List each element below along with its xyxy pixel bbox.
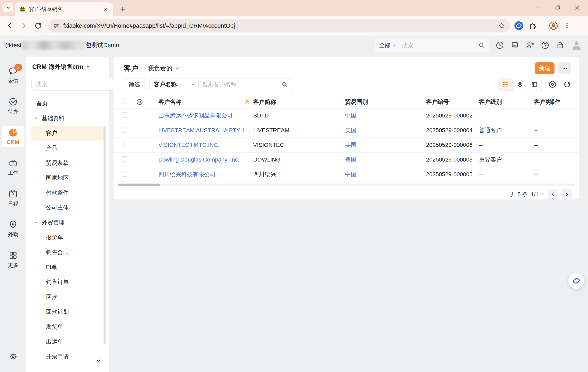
- trade-country-link[interactable]: 美国: [345, 127, 357, 133]
- search-icon[interactable]: [478, 42, 485, 49]
- table-row[interactable]: Dowling Douglas Company, Inc. DOWLING 美国…: [114, 152, 579, 167]
- customer-name-link[interactable]: LIVESTREAM AUSTRALIA PTY. L...: [158, 127, 251, 133]
- global-search[interactable]: 全部: [375, 39, 489, 52]
- trade-country-link[interactable]: 美国: [345, 142, 357, 148]
- column-header-type-truncated[interactable]: 客户类型: [534, 98, 549, 106]
- horizontal-scrollbar-thumb[interactable]: [118, 183, 160, 186]
- user-avatar[interactable]: [571, 40, 582, 51]
- sidebar-scrollbar[interactable]: [104, 126, 105, 344]
- trade-country-link[interactable]: 中国: [345, 112, 357, 119]
- table-row[interactable]: 四川绘兴科技有限公司 四川绘兴 中国 20250529-000005 -- --: [114, 167, 579, 182]
- row-checkbox[interactable]: [122, 156, 127, 162]
- sidebar-item-quotation[interactable]: 报价单: [31, 230, 104, 245]
- app-store-bag-icon[interactable]: [556, 41, 565, 50]
- row-checkbox[interactable]: [122, 112, 127, 118]
- filter-search-input[interactable]: [202, 81, 281, 88]
- tune-icon[interactable]: [53, 22, 60, 29]
- refresh-icon[interactable]: [563, 80, 571, 89]
- column-header-level[interactable]: 客户级别: [479, 98, 534, 106]
- sidebar-collapse-button[interactable]: [95, 358, 102, 365]
- filter-field-select[interactable]: 客户名称: [154, 80, 177, 88]
- map-view-button[interactable]: [513, 78, 527, 90]
- sidebar-item-home[interactable]: 首页: [31, 96, 104, 111]
- client-download-icon[interactable]: [510, 41, 519, 50]
- row-checkbox[interactable]: [122, 127, 127, 132]
- more-actions-button[interactable]: [558, 62, 571, 74]
- rail-item-more[interactable]: 更多: [2, 248, 24, 271]
- column-header-short-name[interactable]: 客户简称: [253, 98, 345, 106]
- horizontal-scrollbar-track[interactable]: [118, 183, 575, 186]
- trade-country-link[interactable]: 美国: [345, 156, 357, 163]
- next-page-button[interactable]: [561, 189, 572, 200]
- sidebar-item-payment-terms[interactable]: 付款条件: [31, 185, 104, 200]
- column-header-code[interactable]: 客户编号: [426, 98, 479, 106]
- url-bar[interactable]: fxiaoke.com/XV/UI/Home#paasapp/list/=/ap…: [48, 19, 510, 32]
- sidebar-item-sales-contract[interactable]: 销售合同: [31, 245, 104, 260]
- sidebar-search-input[interactable]: [32, 78, 114, 90]
- sidebar-item-country-region[interactable]: 国家地区: [31, 170, 104, 185]
- extensions-puzzle-icon[interactable]: [528, 21, 537, 30]
- assistant-float-button[interactable]: [568, 273, 584, 289]
- list-view-button[interactable]: [499, 78, 513, 90]
- fxiaoke-extension-icon[interactable]: [514, 21, 524, 30]
- prev-page-button[interactable]: [548, 189, 558, 200]
- sidebar-item-shipment[interactable]: 出运单: [31, 334, 104, 349]
- bookmark-star-icon[interactable]: [498, 22, 505, 30]
- new-button[interactable]: 新建: [535, 62, 555, 74]
- search-scope-select[interactable]: 全部: [379, 41, 390, 49]
- column-header-country[interactable]: 贸易国别: [345, 98, 426, 106]
- tab-close-icon[interactable]: [102, 6, 109, 13]
- tab-search-button[interactable]: [3, 3, 13, 12]
- browser-profile-icon[interactable]: [549, 21, 558, 30]
- rail-item-field[interactable]: 外勤: [2, 218, 24, 240]
- sidebar-item-trade-terms[interactable]: 贸易条款: [31, 155, 104, 170]
- rail-item-todo[interactable]: 待办: [2, 95, 24, 117]
- browser-tab[interactable]: 客户-纷享销客: [15, 2, 113, 16]
- rail-item-work[interactable]: 工作: [2, 156, 24, 178]
- sidebar-item-payment-plan[interactable]: 回款计划: [31, 304, 104, 319]
- sidebar-item-product[interactable]: 产品: [31, 141, 104, 155]
- help-icon[interactable]: [541, 41, 550, 50]
- rail-item-schedule[interactable]: 5 日程: [2, 187, 24, 209]
- filter-button[interactable]: 筛选: [124, 79, 145, 90]
- page-indicator[interactable]: 1/1: [531, 191, 545, 198]
- sidebar-item-payment[interactable]: 回款: [31, 289, 104, 304]
- browser-menu-kebab-icon[interactable]: [563, 22, 571, 30]
- view-selector[interactable]: 我负责的: [148, 64, 172, 73]
- search-combo[interactable]: 客户名称: [149, 79, 292, 90]
- table-row[interactable]: VISIONTEC HKTC.INC. VISIONTEC 美国 2025052…: [114, 138, 579, 152]
- table-row[interactable]: LIVESTREAM AUSTRALIA PTY. L... LIVESTREA…: [114, 123, 579, 138]
- select-all-checkbox[interactable]: [122, 99, 127, 104]
- settings-gear-icon[interactable]: [9, 352, 17, 361]
- row-checkbox[interactable]: [122, 141, 127, 147]
- sidebar-item-company-entity[interactable]: 公司主体: [31, 200, 104, 215]
- chevron-down-icon[interactable]: [175, 66, 180, 71]
- trade-country-link[interactable]: 中国: [345, 171, 357, 177]
- minimize-icon[interactable]: [534, 3, 543, 12]
- customer-name-link[interactable]: 四川绘兴科技有限公司: [158, 171, 216, 177]
- forward-icon[interactable]: [19, 21, 29, 30]
- rail-item-qixin[interactable]: 3 企信: [2, 64, 24, 86]
- sidebar-item-pi[interactable]: PI单: [31, 260, 104, 274]
- new-tab-button[interactable]: [118, 4, 127, 14]
- reload-icon[interactable]: [33, 21, 43, 30]
- list-settings-gear-icon[interactable]: [548, 80, 556, 89]
- column-header-name[interactable]: 客户名称: [158, 98, 253, 106]
- back-icon[interactable]: [5, 21, 14, 30]
- global-search-input[interactable]: [402, 42, 478, 49]
- customer-name-link[interactable]: 山东腾达不锈钢制品有限公司: [158, 112, 233, 119]
- record-type-icon[interactable]: [136, 98, 158, 106]
- history-clock-icon[interactable]: [495, 41, 504, 50]
- contacts-icon[interactable]: [525, 41, 535, 50]
- rail-item-crm[interactable]: CRM: [2, 126, 24, 147]
- split-view-button[interactable]: [527, 78, 541, 90]
- customer-name-link[interactable]: VISIONTEC HKTC.INC.: [158, 142, 220, 148]
- close-window-icon[interactable]: [573, 3, 582, 12]
- sidebar-item-customer[interactable]: 客户: [31, 126, 104, 141]
- sidebar-group-foreign-trade[interactable]: 外贸管理: [31, 215, 104, 230]
- restore-icon[interactable]: [553, 3, 562, 12]
- sidebar-group-basic-data[interactable]: 基础资料: [31, 111, 104, 126]
- sidebar-item-delivery-note[interactable]: 发货单: [31, 319, 104, 334]
- sidebar-item-sales-order[interactable]: 销售订单: [31, 274, 104, 289]
- search-icon[interactable]: [281, 81, 288, 88]
